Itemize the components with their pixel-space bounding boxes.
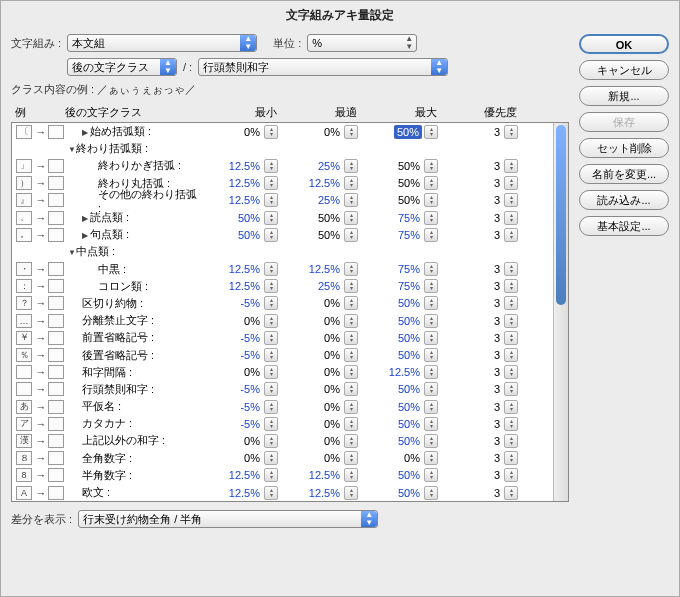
stepper-icon[interactable]: ▴▾ [344, 176, 358, 190]
min-cell[interactable]: 0%▴▾ [198, 365, 278, 379]
stepper-icon[interactable]: ▴▾ [504, 125, 518, 139]
diff-select[interactable]: 行末受け約物全角 / 半角 ▲▼ [78, 510, 378, 528]
max-cell[interactable]: 50%▴▾ [358, 314, 438, 328]
stepper-icon[interactable]: ▴▾ [344, 468, 358, 482]
max-cell[interactable]: 50%▴▾ [358, 468, 438, 482]
stepper-icon[interactable]: ▴▾ [504, 176, 518, 190]
min-cell[interactable]: -5%▴▾ [198, 400, 278, 414]
max-cell[interactable]: 50%▴▾ [358, 486, 438, 500]
stepper-icon[interactable]: ▴▾ [504, 365, 518, 379]
opt-cell[interactable]: 0%▴▾ [278, 348, 358, 362]
max-cell[interactable]: 50%▴▾ [358, 400, 438, 414]
min-cell[interactable]: 12.5%▴▾ [198, 176, 278, 190]
opt-cell[interactable]: 12.5%▴▾ [278, 176, 358, 190]
stepper-icon[interactable]: ▴▾ [424, 451, 438, 465]
stepper-icon[interactable]: ▴▾ [264, 228, 278, 242]
priority-cell[interactable]: 3▴▾ [438, 193, 518, 207]
stepper-icon[interactable]: ▴▾ [424, 176, 438, 190]
min-cell[interactable]: 12.5%▴▾ [198, 159, 278, 173]
priority-cell[interactable]: 3▴▾ [438, 400, 518, 414]
opt-cell[interactable]: 12.5%▴▾ [278, 262, 358, 276]
max-cell[interactable]: 0%▴▾ [358, 451, 438, 465]
opt-cell[interactable]: 0%▴▾ [278, 451, 358, 465]
min-cell[interactable]: 50%▴▾ [198, 211, 278, 225]
stepper-icon[interactable]: ▴▾ [264, 468, 278, 482]
cancel-button[interactable]: キャンセル [579, 60, 669, 80]
stepper-icon[interactable]: ▴▾ [264, 176, 278, 190]
stepper-icon[interactable]: ▴▾ [344, 331, 358, 345]
priority-cell[interactable]: 3▴▾ [438, 176, 518, 190]
stepper-icon[interactable]: ▴▾ [504, 417, 518, 431]
stepper-icon[interactable]: ▴▾ [504, 159, 518, 173]
stepper-icon[interactable]: ▴▾ [424, 125, 438, 139]
stepper-icon[interactable]: ▴▾ [344, 400, 358, 414]
min-cell[interactable]: 12.5%▴▾ [198, 193, 278, 207]
opt-cell[interactable]: 25%▴▾ [278, 279, 358, 293]
opt-cell[interactable]: 25%▴▾ [278, 193, 358, 207]
subclass-select[interactable]: 行頭禁則和字 ▲▼ [198, 58, 448, 76]
opt-cell[interactable]: 0%▴▾ [278, 417, 358, 431]
priority-cell[interactable]: 3▴▾ [438, 228, 518, 242]
stepper-icon[interactable]: ▴▾ [424, 468, 438, 482]
priority-cell[interactable]: 3▴▾ [438, 279, 518, 293]
stepper-icon[interactable]: ▴▾ [424, 262, 438, 276]
max-cell[interactable]: 50%▴▾ [358, 382, 438, 396]
vertical-scrollbar[interactable] [553, 123, 568, 501]
min-cell[interactable]: -5%▴▾ [198, 417, 278, 431]
stepper-icon[interactable]: ▴▾ [504, 451, 518, 465]
stepper-icon[interactable]: ▴▾ [264, 125, 278, 139]
min-cell[interactable]: 0%▴▾ [198, 434, 278, 448]
opt-cell[interactable]: 0%▴▾ [278, 434, 358, 448]
priority-cell[interactable]: 3▴▾ [438, 468, 518, 482]
stepper-icon[interactable]: ▴▾ [264, 417, 278, 431]
priority-cell[interactable]: 3▴▾ [438, 159, 518, 173]
stepper-icon[interactable]: ▴▾ [504, 468, 518, 482]
load-button[interactable]: 読み込み... [579, 190, 669, 210]
max-cell[interactable]: 75%▴▾ [358, 262, 438, 276]
max-cell[interactable]: 50%▴▾ [358, 125, 438, 139]
stepper-icon[interactable]: ▴▾ [424, 159, 438, 173]
priority-cell[interactable]: 3▴▾ [438, 417, 518, 431]
min-cell[interactable]: 12.5%▴▾ [198, 486, 278, 500]
stepper-icon[interactable]: ▴▾ [344, 365, 358, 379]
stepper-icon[interactable]: ▴▾ [424, 211, 438, 225]
stepper-icon[interactable]: ▴▾ [264, 314, 278, 328]
opt-cell[interactable]: 0%▴▾ [278, 331, 358, 345]
stepper-icon[interactable]: ▴▾ [424, 382, 438, 396]
stepper-icon[interactable]: ▴▾ [344, 486, 358, 500]
stepper-icon[interactable]: ▴▾ [424, 193, 438, 207]
stepper-icon[interactable]: ▴▾ [424, 434, 438, 448]
stepper-icon[interactable]: ▴▾ [504, 262, 518, 276]
ok-button[interactable]: OK [579, 34, 669, 54]
priority-cell[interactable]: 3▴▾ [438, 451, 518, 465]
opt-cell[interactable]: 12.5%▴▾ [278, 468, 358, 482]
stepper-icon[interactable]: ▴▾ [264, 193, 278, 207]
priority-cell[interactable]: 3▴▾ [438, 262, 518, 276]
stepper-icon[interactable]: ▴▾ [504, 193, 518, 207]
opt-cell[interactable]: 25%▴▾ [278, 159, 358, 173]
min-cell[interactable]: 0%▴▾ [198, 451, 278, 465]
min-cell[interactable]: -5%▴▾ [198, 296, 278, 310]
stepper-icon[interactable]: ▴▾ [344, 193, 358, 207]
max-cell[interactable]: 50%▴▾ [358, 417, 438, 431]
max-cell[interactable]: 50%▴▾ [358, 159, 438, 173]
stepper-icon[interactable]: ▴▾ [504, 314, 518, 328]
basic-button[interactable]: 基本設定... [579, 216, 669, 236]
stepper-icon[interactable]: ▴▾ [344, 211, 358, 225]
max-cell[interactable]: 50%▴▾ [358, 434, 438, 448]
stepper-icon[interactable]: ▴▾ [344, 262, 358, 276]
priority-cell[interactable]: 3▴▾ [438, 211, 518, 225]
stepper-icon[interactable]: ▴▾ [504, 228, 518, 242]
priority-cell[interactable]: 3▴▾ [438, 486, 518, 500]
stepper-icon[interactable]: ▴▾ [424, 331, 438, 345]
stepper-icon[interactable]: ▴▾ [504, 348, 518, 362]
stepper-icon[interactable]: ▴▾ [504, 331, 518, 345]
priority-cell[interactable]: 3▴▾ [438, 125, 518, 139]
min-cell[interactable]: -5%▴▾ [198, 382, 278, 396]
opt-cell[interactable]: 0%▴▾ [278, 296, 358, 310]
opt-cell[interactable]: 0%▴▾ [278, 125, 358, 139]
max-cell[interactable]: 75%▴▾ [358, 211, 438, 225]
stepper-icon[interactable]: ▴▾ [344, 279, 358, 293]
scrollbar-thumb[interactable] [556, 125, 566, 305]
stepper-icon[interactable]: ▴▾ [264, 382, 278, 396]
